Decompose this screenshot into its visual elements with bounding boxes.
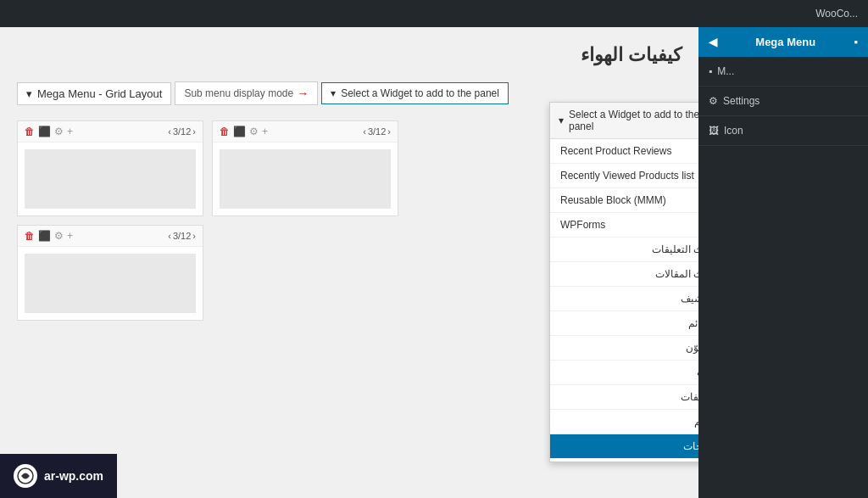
widget-select-button[interactable]: ▾ Select a Widget to add to the panel (321, 82, 509, 104)
right-arrow-icon-3: › (192, 231, 196, 241)
sidebar-item-label-m: M... (717, 65, 734, 77)
left-arrow-icon-2: ‹ (363, 126, 366, 137)
widget-item[interactable]: Recently Viewed Products list (550, 164, 698, 188)
panel-content-2 (220, 149, 391, 209)
sub-menu-text: Sub menu display mode (184, 87, 293, 99)
widget-dropdown-title: Select a Widget to add to the panel (569, 109, 698, 132)
chevron-down-icon-3: ▾ (559, 115, 564, 126)
panel-block-2: 🗑 ⬛ ⚙ + ‹ 3/12 › (212, 120, 398, 216)
content-area: كيفيات الهواء ▾ Mega Menu - Grid Layout … (0, 27, 698, 498)
add-icon-2[interactable]: + (262, 126, 268, 137)
widget-item[interactable]: تقويم (550, 410, 698, 434)
right-sidebar: ◀ Mega Menu ▪ ▪ M... ⚙ Settings 🖼 Icon (698, 27, 868, 498)
panel-icons-3: 🗑 ⬛ ⚙ + (25, 230, 73, 242)
panel-toolbar-1: 🗑 ⬛ ⚙ + ‹ 3/12 › (18, 121, 203, 143)
red-arrow-icon: → (297, 87, 309, 100)
sidebar-header: ◀ Mega Menu ▪ (698, 27, 868, 57)
widget-item[interactable]: Recent Product Reviews (550, 139, 698, 164)
move-icon-2[interactable]: ⬛ (233, 126, 246, 137)
panel-toolbar-2: 🗑 ⬛ ⚙ + ‹ 3/12 › (213, 121, 398, 143)
widget-item[interactable]: صفحات (550, 434, 698, 459)
sidebar-icon: ▪ (854, 36, 858, 48)
widget-item[interactable]: أحدث المقالات (550, 262, 698, 287)
sidebar-title: Mega Menu (755, 36, 815, 48)
panel-size-1[interactable]: ‹ 3/12 › (168, 126, 196, 137)
widget-item[interactable]: WPForms (550, 213, 698, 238)
sidebar-item-m[interactable]: ▪ M... (698, 57, 868, 87)
settings-icon-2[interactable]: ⚙ (249, 126, 259, 137)
widget-select-label: Select a Widget to add to the panel (341, 87, 499, 99)
right-arrow-icon: › (192, 126, 196, 137)
sidebar-item-label-settings: Settings (723, 95, 760, 107)
panel-block-3: 🗑 ⬛ ⚙ + ‹ 3/12 › (17, 225, 203, 321)
panel-size-3[interactable]: ‹ 3/12 › (168, 231, 196, 241)
widget-item[interactable]: بحث (550, 361, 698, 385)
sidebar-collapse-btn[interactable]: ◀ (709, 36, 717, 48)
widget-item[interactable]: الأرشيف (550, 287, 698, 311)
icon-icon-sidebar: 🖼 (709, 125, 719, 137)
chevron-down-icon: ▾ (26, 87, 32, 100)
settings-icon-3[interactable]: ⚙ (54, 230, 64, 242)
sidebar-item-icon-m: ▪ (709, 65, 712, 77)
widget-dropdown: ▾ Select a Widget to add to the panel Re… (549, 102, 698, 462)
sidebar-item-label-icon: Icon (724, 125, 743, 137)
size-value-2: 3/12 (368, 126, 386, 137)
widget-dropdown-header: ▾ Select a Widget to add to the panel (550, 103, 698, 139)
brand-text: ar-wp.com (44, 469, 103, 483)
add-icon-3[interactable]: + (67, 230, 73, 242)
right-arrow-icon-2: › (387, 126, 391, 137)
panel-icons-1: 🗑 ⬛ ⚙ + (25, 126, 73, 137)
move-icon[interactable]: ⬛ (38, 126, 51, 137)
chevron-down-icon-2: ▾ (331, 87, 336, 99)
widget-item[interactable]: Reusable Block (MMM) (550, 188, 698, 213)
top-bar-text: WooCo... (815, 8, 858, 20)
sidebar-item-icon[interactable]: 🖼 Icon (698, 116, 868, 146)
size-value-3: 3/12 (173, 231, 191, 241)
brand-logo (14, 464, 37, 488)
panel-block-1: 🗑 ⬛ ⚙ + ‹ 3/12 › (17, 120, 203, 216)
add-icon[interactable]: + (67, 126, 73, 137)
main-layout: كيفيات الهواء ▾ Mega Menu - Grid Layout … (0, 27, 868, 498)
widget-list: Recent Product ReviewsRecently Viewed Pr… (550, 139, 698, 462)
size-value: 3/12 (173, 126, 191, 137)
top-bar: WooCo... (0, 0, 868, 27)
panel-size-2[interactable]: ‹ 3/12 › (363, 126, 391, 137)
left-arrow-icon: ‹ (168, 126, 171, 137)
widget-item[interactable]: القوائم (550, 311, 698, 336)
sub-menu-label: Sub menu display mode → (175, 81, 318, 105)
settings-icon-sidebar: ⚙ (709, 95, 718, 107)
move-icon-3[interactable]: ⬛ (38, 230, 51, 242)
settings-icon[interactable]: ⚙ (54, 126, 64, 137)
mega-menu-dropdown[interactable]: ▾ Mega Menu - Grid Layout (17, 82, 171, 105)
left-arrow-icon-3: ‹ (168, 231, 171, 241)
panel-content-1 (25, 149, 196, 209)
delete-icon[interactable]: 🗑 (25, 126, 35, 137)
delete-icon-3[interactable]: 🗑 (25, 230, 35, 242)
panel-toolbar-3: 🗑 ⬛ ⚙ + ‹ 3/12 › (18, 226, 203, 247)
widget-item[interactable]: تصنيفات (550, 385, 698, 410)
panel-content-3 (25, 254, 196, 313)
sidebar-item-settings[interactable]: ⚙ Settings (698, 87, 868, 116)
widget-item[interactable]: أحدث التعليقات (550, 238, 698, 262)
page-title: كيفيات الهواء (0, 27, 698, 75)
bottom-brand: ar-wp.com (0, 454, 117, 498)
delete-icon-2[interactable]: 🗑 (220, 126, 230, 137)
widget-item[interactable]: صوت (550, 459, 698, 462)
panel-icons-2: 🗑 ⬛ ⚙ + (220, 126, 268, 137)
mega-menu-label: Mega Menu - Grid Layout (37, 87, 162, 100)
widget-item[interactable]: المكوّن (550, 336, 698, 361)
